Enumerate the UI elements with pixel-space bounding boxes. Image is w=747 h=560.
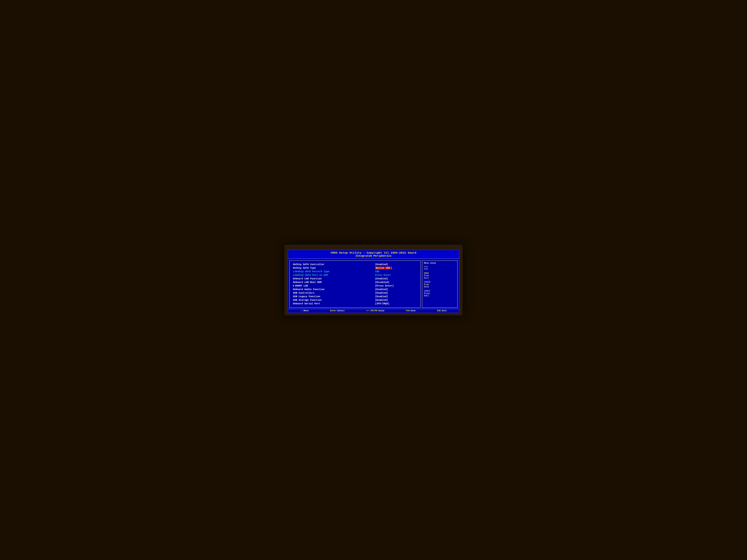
setting-value: [Disabled] (375, 281, 418, 284)
setting-label: Onboard LAN Boot ROM (292, 281, 375, 284)
setting-label: USB Storage Function (292, 298, 375, 302)
setting-value: [Enabled] (375, 288, 418, 291)
settings-panel: OnChip SATA Controller [Enabled] OnChip … (289, 260, 421, 308)
help-title: Menu Level (424, 262, 456, 264)
status-select: Enter:Select (330, 310, 345, 312)
status-bar: ↑↓:Move Enter:Select +/-/PU/PD:Value F10… (288, 309, 459, 313)
table-row[interactable]: OnChip SATA Controller [Enabled] (292, 263, 418, 266)
settings-table: OnChip SATA Controller [Enabled] OnChip … (292, 263, 418, 305)
setting-label: Onboard LAN Function (292, 277, 375, 281)
setting-value: [3F8/IRQ4] (375, 302, 418, 305)
help-option-raid: RAID (424, 286, 456, 288)
table-row[interactable]: Onboard Audio Function [Enabled] (292, 288, 418, 291)
setting-value: [Enabled] (375, 291, 418, 295)
header-subtitle: Integrated Peripherals (289, 255, 458, 258)
help-panel: Menu Level Choomode [Nat Enab Nati [RAID… (422, 260, 458, 308)
help-section-options3: [AHCI Enabl AHCI (424, 290, 456, 297)
table-row[interactable]: Onboard Serial Port [3F8/IRQ4] (292, 302, 418, 305)
help-option-ahci-bracket: [AHCI (424, 290, 456, 292)
arrow-prefix: ► (293, 285, 294, 287)
setting-label: xOnChip SATA Port as ESP (292, 273, 375, 277)
setting-value: Press Enter (375, 273, 418, 277)
help-option-enabled: Enab (424, 274, 456, 277)
disabled-prefix: x (293, 274, 294, 276)
setting-label: ►SMART LAN (292, 284, 375, 288)
setting-value: Native IDE] (375, 266, 418, 270)
setting-label: xOnChip SATA Port4/5 Type (292, 270, 375, 273)
table-row[interactable]: OnChip SATA Type Native IDE] (292, 266, 418, 270)
setting-value: [Enabled] (375, 263, 418, 266)
table-row[interactable]: USB Legacy Function [Enabled] (292, 295, 418, 298)
setting-label: Onboard Audio Function (292, 288, 375, 291)
help-section-desc: Choomode (424, 266, 456, 270)
monitor-frame: CMOS Setup Utility - Copyright (C) 1984-… (284, 245, 463, 316)
selected-value: Native IDE (375, 267, 391, 269)
status-save: F10:Save (406, 310, 416, 312)
help-option-raid-bracket: [RAID (424, 281, 456, 283)
setting-label: OnChip SATA Controller (292, 263, 375, 266)
disabled-prefix: x (293, 270, 294, 273)
status-move: ↑↓:Move (300, 310, 309, 312)
setting-value: [Press Enter] (375, 284, 418, 288)
table-row[interactable]: USB Controllers [Enabled] (292, 291, 418, 295)
status-value: +/-/PU/PD:Value (366, 310, 384, 312)
header-title: CMOS Setup Utility - Copyright (C) 1984-… (289, 251, 458, 255)
table-row: xOnChip SATA Port4/5 Type IDE (292, 270, 418, 273)
setting-label: Onboard Serial Port (292, 302, 375, 305)
bios-screen: CMOS Setup Utility - Copyright (C) 1984-… (288, 249, 459, 313)
table-row[interactable]: Onboard LAN Function [Enabled] (292, 277, 418, 281)
setting-value: IDE (375, 270, 418, 273)
status-exit: ESC:Exit (437, 310, 447, 312)
help-option-nativeide: [Nat (424, 272, 456, 274)
help-option-ahci: AHCI (424, 295, 456, 297)
help-option-raid-enabled: Enab (424, 283, 456, 286)
table-row[interactable]: ►SMART LAN [Press Enter] (292, 284, 418, 288)
setting-label: USB Controllers (292, 291, 375, 295)
help-section-options1: [Nat Enab Nati (424, 272, 456, 279)
help-option-ahci-enabled: Enabl (424, 292, 456, 295)
help-option-native: Nati (424, 277, 456, 279)
main-content: OnChip SATA Controller [Enabled] OnChip … (288, 259, 459, 309)
setting-value: [Enabled] (375, 298, 418, 302)
setting-label: USB Legacy Function (292, 295, 375, 298)
table-row[interactable]: Onboard LAN Boot ROM [Disabled] (292, 281, 418, 284)
header-bar: CMOS Setup Utility - Copyright (C) 1984-… (288, 250, 459, 259)
help-section-options2: [RAID Enab RAID (424, 281, 456, 288)
table-row[interactable]: USB Storage Function [Enabled] (292, 298, 418, 302)
table-row: xOnChip SATA Port as ESP Press Enter (292, 273, 418, 277)
setting-value: [Enabled] (375, 295, 418, 298)
help-description: Choomode (424, 266, 456, 270)
setting-label: OnChip SATA Type (292, 266, 375, 270)
setting-value: [Enabled] (375, 277, 418, 281)
